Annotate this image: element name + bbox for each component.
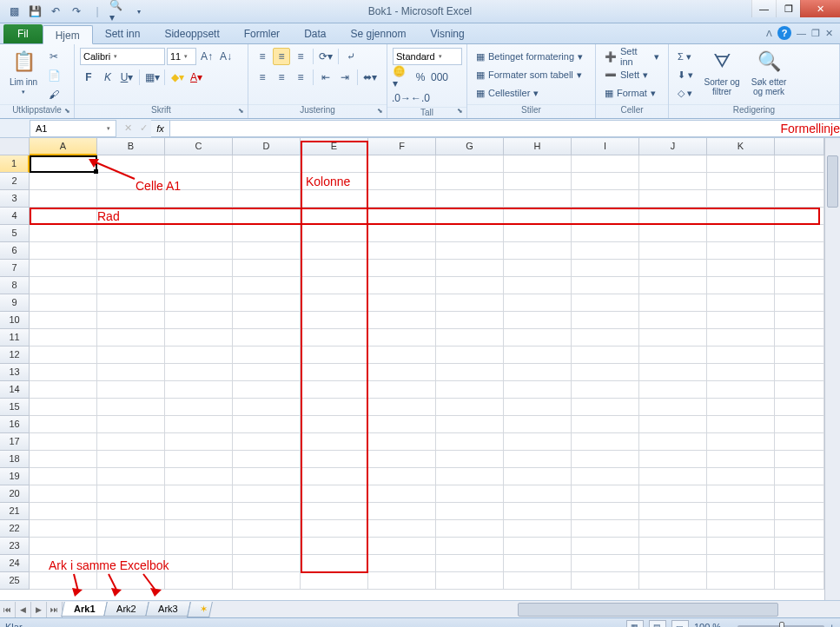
row-header-21[interactable]: 21 (0, 503, 30, 520)
copy-icon[interactable]: 📄 (45, 67, 63, 84)
tool-icon[interactable]: 🔍▾ (109, 3, 127, 20)
italic-icon[interactable]: K (99, 69, 116, 86)
row-header-24[interactable]: 24 (0, 555, 30, 572)
col-header-F[interactable]: F (368, 138, 436, 155)
undo-icon[interactable]: ↶ (47, 3, 64, 20)
col-header-I[interactable]: I (572, 138, 639, 155)
row-header-23[interactable]: 23 (0, 538, 30, 555)
align-right-icon[interactable]: ≡ (292, 69, 309, 86)
indent-dec-icon[interactable]: ⇤ (317, 69, 334, 86)
font-color-icon[interactable]: A▾ (188, 69, 205, 86)
vscroll-thumb[interactable] (827, 155, 838, 208)
wb-max-icon[interactable]: ❐ (811, 28, 820, 39)
sheet-tab-ark3[interactable]: Ark3 (145, 602, 190, 617)
orientation-icon[interactable]: ⟳▾ (317, 48, 334, 65)
shrink-font-icon[interactable]: A↓ (217, 48, 235, 65)
redo-icon[interactable]: ↷ (68, 3, 85, 20)
cells-area[interactable] (30, 155, 824, 600)
align-middle-icon[interactable]: ≡ (273, 48, 290, 65)
underline-icon[interactable]: U▾ (118, 69, 136, 86)
align-bottom-icon[interactable]: ≡ (292, 48, 309, 65)
col-header-C[interactable]: C (165, 138, 233, 155)
row-header-25[interactable]: 25 (0, 572, 30, 590)
cell-styles-button[interactable]: ▦ Cellestiler ▾ (473, 84, 586, 102)
row-header-1[interactable]: 1 (0, 155, 30, 173)
cond-format-button[interactable]: ▦ Betinget formatering ▾ (473, 48, 586, 65)
border-icon[interactable]: ▦▾ (143, 69, 161, 86)
bold-icon[interactable]: F (80, 69, 97, 86)
format-cells-button[interactable]: ▦ Format ▾ (601, 84, 663, 102)
row-header-4[interactable]: 4 (0, 208, 30, 225)
tab-visning[interactable]: Visning (419, 24, 477, 43)
file-tab[interactable]: Fil (3, 24, 43, 43)
tab-hjem[interactable]: Hjem (43, 25, 93, 44)
wb-min-icon[interactable]: — (797, 28, 806, 38)
font-size-combo[interactable]: 11▾ (167, 48, 196, 65)
view-break-icon[interactable]: ▭ (671, 620, 689, 628)
percent-icon[interactable]: % (412, 69, 429, 86)
tab-formler[interactable]: Formler (232, 24, 292, 43)
row-header-6[interactable]: 6 (0, 242, 30, 260)
align-top-icon[interactable]: ≡ (254, 48, 271, 65)
grow-font-icon[interactable]: A↑ (198, 48, 215, 65)
col-header-A[interactable]: A (30, 138, 97, 155)
sheet-next-icon[interactable]: ▶ (31, 602, 47, 617)
row-header-22[interactable]: 22 (0, 520, 30, 538)
sheet-last-icon[interactable]: ⏭ (47, 602, 63, 617)
format-painter-icon[interactable]: 🖌 (45, 86, 63, 103)
row-header-7[interactable]: 7 (0, 260, 30, 277)
tab-sideoppsett[interactable]: Sideoppsett (152, 24, 231, 43)
number-launcher-icon[interactable]: ⬊ (454, 107, 465, 117)
zoom-thumb[interactable] (779, 622, 784, 628)
delete-cells-button[interactable]: ➖ Slett ▾ (601, 66, 663, 83)
indent-inc-icon[interactable]: ⇥ (336, 69, 354, 86)
row-header-9[interactable]: 9 (0, 294, 30, 312)
row-header-16[interactable]: 16 (0, 416, 30, 433)
row-header-2[interactable]: 2 (0, 173, 30, 190)
sheet-first-icon[interactable]: ⏮ (0, 602, 16, 617)
row-header-5[interactable]: 5 (0, 225, 30, 242)
col-header-E[interactable]: E (301, 138, 368, 155)
wb-close-icon[interactable]: ✕ (825, 28, 833, 39)
row-header-3[interactable]: 3 (0, 190, 30, 208)
new-sheet-icon[interactable]: ✶ (187, 602, 213, 617)
row-header-13[interactable]: 13 (0, 364, 30, 381)
excel-icon[interactable]: ▩ (5, 3, 23, 20)
row-header-17[interactable]: 17 (0, 433, 30, 451)
tab-segjennom[interactable]: Se gjennom (338, 24, 418, 43)
sheet-tab-ark2[interactable]: Ark2 (104, 602, 149, 617)
number-format-combo[interactable]: Standard▾ (393, 48, 462, 65)
col-header-D[interactable]: D (233, 138, 301, 155)
close-button[interactable]: ✕ (800, 0, 840, 17)
row-header-11[interactable]: 11 (0, 329, 30, 346)
paste-button[interactable]: 📋 Lim inn ▾ (5, 48, 42, 96)
row-header-8[interactable]: 8 (0, 277, 30, 294)
help-icon[interactable]: ? (777, 26, 791, 40)
currency-icon[interactable]: 🪙▾ (393, 69, 410, 86)
fx-icon[interactable]: fx (151, 120, 170, 137)
hscroll-thumb[interactable] (518, 603, 778, 617)
wrap-text-icon[interactable]: ⤶ (342, 48, 360, 65)
qat-more-icon[interactable]: ▾ (130, 3, 148, 20)
col-header-G[interactable]: G (436, 138, 504, 155)
vertical-scrollbar[interactable] (824, 138, 840, 600)
name-box[interactable]: A1▾ (30, 120, 116, 137)
clipboard-launcher-icon[interactable]: ⬊ (62, 107, 72, 117)
clear-icon[interactable]: ◇ ▾ (674, 84, 697, 102)
view-layout-icon[interactable]: ▤ (649, 620, 666, 628)
save-icon[interactable]: 💾 (26, 3, 43, 20)
sheet-tab-ark1[interactable]: Ark1 (61, 602, 108, 617)
font-launcher-icon[interactable]: ⬊ (235, 107, 246, 117)
fill-icon[interactable]: ⬇ ▾ (674, 66, 697, 83)
maximize-button[interactable]: ❐ (776, 0, 800, 17)
col-header-K[interactable]: K (707, 138, 775, 155)
horizontal-scrollbar[interactable] (504, 603, 824, 617)
cut-icon[interactable]: ✂ (45, 48, 63, 65)
row-header-18[interactable]: 18 (0, 451, 30, 468)
comma-icon[interactable]: 000 (431, 69, 448, 86)
select-all-button[interactable] (0, 138, 30, 155)
minimize-button[interactable]: — (751, 0, 776, 17)
tab-data[interactable]: Data (292, 24, 338, 43)
tab-settinn[interactable]: Sett inn (93, 24, 153, 43)
sheet-prev-icon[interactable]: ◀ (16, 602, 31, 617)
